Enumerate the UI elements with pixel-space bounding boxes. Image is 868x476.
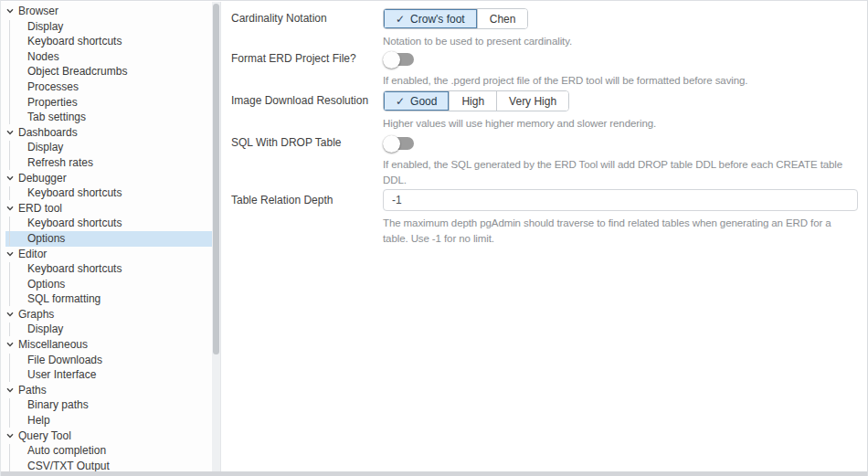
tree-group-graphs[interactable]: Graphs [1,307,212,323]
tree-item-browser-keyboard-shortcuts[interactable]: Keyboard shortcuts [5,34,212,49]
toggle-knob [383,51,400,69]
chevron-down-icon[interactable] [5,174,15,183]
cardinality-notation-button-group: ✓ Crow's foot Chen [383,8,528,29]
tree-item-paths-help[interactable]: Help [5,413,212,428]
tree-item-paths-binary-paths[interactable]: Binary paths [5,397,212,413]
tree-group-label: Query Tool [18,428,71,444]
chevron-down-icon[interactable] [5,310,15,319]
check-icon: ✓ [396,95,405,108]
setting-row-cardinality-notation: Cardinality Notation ✓ Crow's foot Chen … [231,8,866,49]
chevron-down-icon[interactable] [5,340,15,349]
preferences-dialog: Browser Display Keyboard shortcuts Nodes… [0,0,868,476]
tree-group-debugger[interactable]: Debugger [1,171,212,186]
chevron-down-icon[interactable] [5,249,15,259]
resolution-good-button[interactable]: ✓ Good [384,91,449,111]
tree-children-miscellaneous: File Downloads User Interface [1,353,212,383]
tree-item-misc-file-downloads[interactable]: File Downloads [5,353,212,368]
tree-group-label: Paths [18,383,47,398]
tree-item-misc-user-interface[interactable]: User Interface [5,367,212,383]
setting-help-text: If enabled, the SQL generated by the ERD… [383,157,858,188]
tree-children-editor: Keyboard shortcuts Options SQL formattin… [1,261,212,307]
setting-row-sql-with-drop-table: SQL With DROP Table If enabled, the SQL … [231,134,866,188]
setting-help-text: If enabled, the .pgerd project file of t… [383,73,858,89]
tree-item-browser-object-breadcrumbs[interactable]: Object Breadcrumbs [5,64,212,79]
tree-item-browser-tab-settings[interactable]: Tab settings [5,110,212,125]
toggle-knob [383,135,400,153]
tree-group-label: Browser [18,4,58,19]
setting-row-image-download-resolution: Image Download Resolution ✓ Good High Ve… [231,90,866,132]
settings-panel: Cardinality Notation ✓ Crow's foot Chen … [222,2,866,471]
tree-children-dashboards: Display Refresh rates [1,140,212,170]
resolution-very-high-button[interactable]: Very High [496,91,568,111]
chen-button[interactable]: Chen [477,9,528,28]
button-label: Very High [509,95,556,108]
setting-label: Table Relation Depth [231,189,383,247]
tree-item-graphs-display[interactable]: Display [5,322,212,337]
button-label: Chen [490,13,516,26]
tree-children-paths: Binary paths Help [1,397,212,428]
tree-children-graphs: Display [1,322,212,337]
tree-item-dashboards-display[interactable]: Display [5,140,212,155]
tree-item-debugger-keyboard-shortcuts[interactable]: Keyboard shortcuts [5,185,212,201]
tree-group-label: Dashboards [18,125,78,141]
setting-help-text: The maximum depth pgAdmin should travers… [383,216,858,247]
sql-with-drop-table-toggle[interactable] [383,134,416,153]
setting-label: Image Download Resolution [231,90,383,132]
tree-group-paths[interactable]: Paths [1,383,212,398]
tree-item-qt-csv-txt-output[interactable]: CSV/TXT Output [5,459,212,471]
crows-foot-button[interactable]: ✓ Crow's foot [384,9,477,28]
chevron-down-icon[interactable] [5,204,15,213]
setting-help-text: Higher values will use higher memory and… [383,116,858,132]
check-icon: ✓ [396,13,405,26]
tree-item-erd-keyboard-shortcuts[interactable]: Keyboard shortcuts [5,216,212,231]
tree-item-browser-display[interactable]: Display [5,19,212,35]
tree-group-dashboards[interactable]: Dashboards [1,125,212,141]
tree-scrollbar-thumb[interactable] [213,4,219,354]
chevron-down-icon[interactable] [5,431,15,440]
tree-group-miscellaneous[interactable]: Miscellaneous [1,337,212,353]
button-label: Crow's foot [410,13,465,26]
tree-item-editor-keyboard-shortcuts[interactable]: Keyboard shortcuts [5,261,212,277]
tree-children-query-tool: Auto completion CSV/TXT Output [1,443,212,471]
setting-label: Format ERD Project File? [231,50,383,89]
tree-group-label: Editor [18,247,47,262]
tree-group-erd-tool[interactable]: ERD tool [1,201,212,217]
table-relation-depth-input[interactable] [383,189,858,211]
tree-group-label: ERD tool [18,201,62,217]
button-label: High [461,95,484,108]
setting-help-text: Notation to be used to present cardinali… [383,34,858,49]
setting-row-format-erd-project-file: Format ERD Project File? If enabled, the… [231,50,866,89]
image-download-resolution-button-group: ✓ Good High Very High [383,90,569,111]
setting-label: SQL With DROP Table [231,134,383,188]
button-label: Good [410,95,437,108]
setting-label: Cardinality Notation [231,8,383,49]
tree-item-dashboards-refresh-rates[interactable]: Refresh rates [5,155,212,171]
tree-item-erd-options-selected[interactable]: Options [5,231,212,247]
tree-item-editor-options[interactable]: Options [5,277,212,292]
format-erd-project-file-toggle[interactable] [383,50,416,69]
tree-item-browser-nodes[interactable]: Nodes [5,49,212,65]
tree-group-editor[interactable]: Editor [1,247,212,262]
tree-group-label: Graphs [18,307,54,323]
chevron-down-icon[interactable] [5,6,15,16]
tree-item-browser-processes[interactable]: Processes [5,79,212,95]
chevron-down-icon[interactable] [5,386,15,395]
chevron-down-icon[interactable] [5,128,15,137]
tree-group-label: Debugger [18,171,67,186]
tree-children-debugger: Keyboard shortcuts [1,185,212,201]
preferences-tree: Browser Display Keyboard shortcuts Nodes… [1,2,212,471]
tree-item-editor-sql-formatting[interactable]: SQL formatting [5,291,212,307]
bottom-edge [1,471,867,476]
tree-scrollbar-track[interactable] [212,2,221,471]
tree-group-browser[interactable]: Browser [1,4,212,19]
tree-group-label: Miscellaneous [18,337,88,353]
tree-item-browser-properties[interactable]: Properties [5,95,212,111]
tree-item-qt-auto-completion[interactable]: Auto completion [5,443,212,459]
resolution-high-button[interactable]: High [449,91,496,111]
tree-group-query-tool[interactable]: Query Tool [1,428,212,444]
tree-children-browser: Display Keyboard shortcuts Nodes Object … [1,19,212,125]
tree-children-erd-tool: Keyboard shortcuts Options [1,216,212,246]
setting-row-table-relation-depth: Table Relation Depth The maximum depth p… [231,189,866,247]
